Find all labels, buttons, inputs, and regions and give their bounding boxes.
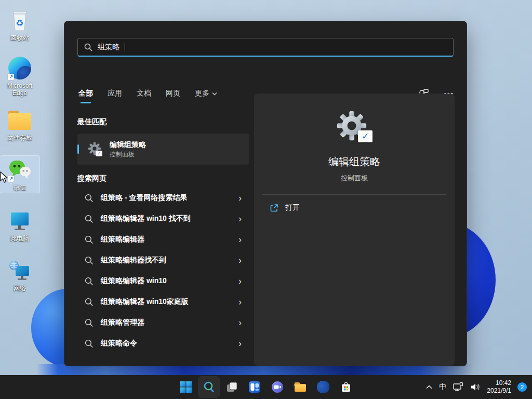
tab-documents[interactable]: 文档: [137, 86, 151, 101]
tray-time: 10:42: [487, 379, 511, 387]
open-label: 打开: [285, 203, 300, 212]
store-icon: [340, 381, 352, 393]
tab-more[interactable]: 更多: [195, 86, 217, 101]
tray-date: 2021/9/1: [487, 387, 511, 395]
chevron-right-icon[interactable]: ›: [238, 193, 242, 203]
chevron-right-icon[interactable]: ›: [238, 276, 242, 286]
file-explorer-button[interactable]: [290, 377, 311, 397]
tab-all[interactable]: 全部: [78, 86, 93, 101]
taskbar-center-icons: [176, 375, 356, 399]
search-icon: [85, 256, 94, 265]
desktop-icon-this-pc[interactable]: 此电脑: [0, 207, 39, 244]
file-explorer-icon: [294, 381, 307, 393]
web-search-result[interactable]: 组策略编辑器 win10家庭版 ›: [77, 291, 249, 312]
desktop-icon-label: 此电脑: [10, 235, 29, 242]
best-match-result[interactable]: ✓ 编辑组策略 控制面板: [77, 134, 249, 165]
edge-button[interactable]: [313, 377, 334, 397]
check-badge-icon: ✓: [96, 151, 102, 156]
desktop-icon-wechat[interactable]: ↗ 微信: [0, 156, 39, 193]
web-search-result[interactable]: 组策略编辑器 win10 ›: [77, 271, 249, 291]
store-button[interactable]: [336, 377, 356, 397]
desktop: ♻ 回收站 ↗ Microsoft Edge 文件存放 ↗: [0, 0, 532, 399]
chevron-right-icon[interactable]: ›: [238, 297, 242, 307]
desktop-icon-network[interactable]: 网络: [0, 257, 39, 294]
widgets-icon: [248, 381, 261, 393]
result-detail-panel: ✓ 编辑组策略 控制面板 打开: [254, 94, 455, 366]
web-search-result[interactable]: 组策略编辑器 ›: [77, 229, 249, 250]
best-match-title: 编辑组策略: [110, 140, 146, 149]
volume-icon[interactable]: [470, 382, 481, 392]
system-tray: 中 10:42 2021/9/1 2: [425, 375, 527, 399]
chevron-down-icon: [212, 92, 217, 96]
web-search-result[interactable]: 组策略编辑器找不到 ›: [77, 250, 249, 271]
web-search-header: 搜索网页: [77, 173, 249, 183]
search-input-value: 组策略: [98, 43, 119, 52]
search-flyout: 组策略 全部 应用 文档 网页 更多 •••: [64, 21, 467, 366]
task-view-icon: [225, 381, 238, 393]
chat-icon: [271, 381, 284, 393]
desktop-icon-recycle-bin[interactable]: ♻ 回收站: [0, 6, 39, 43]
taskbar-clock[interactable]: 10:42 2021/9/1: [487, 379, 511, 395]
selection-accent-bar: [77, 144, 79, 154]
desktop-icon-label: 文件存放: [7, 134, 32, 141]
divider: [262, 194, 446, 195]
desktop-icon-label: 微信: [14, 184, 26, 191]
wechat-icon: ↗: [7, 157, 32, 182]
network-icon: [7, 258, 32, 283]
search-icon: [85, 298, 94, 307]
desktop-icon-folder[interactable]: 文件存放: [0, 106, 39, 143]
check-badge-icon: ✓: [358, 130, 373, 142]
web-search-result[interactable]: 组策略命令 ›: [77, 333, 249, 354]
widgets-button[interactable]: [244, 377, 265, 397]
start-button[interactable]: [176, 377, 196, 397]
web-search-results: 组策略 - 查看网络搜索结果 › 组策略编辑器 win10 找不到 › 组策略编…: [77, 188, 249, 354]
this-pc-icon: [7, 208, 32, 233]
search-results-column: 最佳匹配: [77, 116, 249, 354]
open-action[interactable]: 打开: [270, 203, 300, 212]
shortcut-arrow-icon: ↗: [8, 176, 14, 182]
shortcut-arrow-icon: ↗: [8, 74, 14, 80]
detail-title: 编辑组策略: [328, 155, 380, 169]
desktop-icon-label: 网络: [14, 285, 26, 292]
chevron-right-icon[interactable]: ›: [238, 256, 242, 265]
search-icon: [85, 339, 94, 348]
gear-check-icon-large: ✓: [336, 110, 373, 142]
chevron-up-icon[interactable]: [425, 384, 433, 390]
folder-icon: [7, 108, 32, 132]
search-input[interactable]: 组策略: [77, 38, 454, 57]
search-icon: [85, 194, 94, 203]
best-match-subtitle: 控制面板: [110, 150, 146, 158]
search-icon: [85, 277, 94, 286]
web-search-result[interactable]: 组策略编辑器 win10 找不到 ›: [77, 208, 249, 229]
chevron-right-icon[interactable]: ›: [238, 235, 242, 244]
ime-indicator[interactable]: 中: [439, 382, 446, 392]
desktop-icon-edge[interactable]: ↗ Microsoft Edge: [0, 54, 39, 98]
detail-subtitle: 控制面板: [341, 174, 368, 183]
tab-apps[interactable]: 应用: [108, 86, 122, 101]
chevron-right-icon[interactable]: ›: [238, 214, 242, 223]
search-icon: [84, 43, 92, 51]
desktop-icon-label: Microsoft Edge: [1, 82, 38, 97]
search-icon: [85, 318, 94, 327]
text-caret: [125, 43, 125, 51]
web-search-result[interactable]: 组策略管理器 ›: [77, 312, 249, 333]
recycle-symbol: ♻: [16, 18, 23, 28]
edge-icon: [317, 381, 329, 393]
task-view-button[interactable]: [221, 377, 242, 397]
notification-badge[interactable]: 2: [517, 382, 527, 392]
edge-icon: ↗: [7, 56, 32, 81]
taskbar: 中 10:42 2021/9/1 2: [0, 375, 532, 399]
chat-button[interactable]: [267, 377, 288, 397]
chevron-right-icon[interactable]: ›: [238, 318, 242, 327]
chevron-right-icon[interactable]: ›: [238, 339, 242, 348]
windows-start-icon: [180, 381, 192, 393]
desktop-icon-label: 回收站: [10, 34, 29, 42]
gear-check-icon: ✓: [88, 142, 102, 156]
tab-web[interactable]: 网页: [166, 86, 180, 101]
search-icon: [85, 235, 94, 244]
best-match-header: 最佳匹配: [77, 116, 249, 127]
open-external-icon: [270, 204, 278, 212]
search-button[interactable]: [198, 377, 219, 397]
network-tray-icon[interactable]: [453, 382, 464, 392]
web-search-result[interactable]: 组策略 - 查看网络搜索结果 ›: [77, 188, 249, 208]
